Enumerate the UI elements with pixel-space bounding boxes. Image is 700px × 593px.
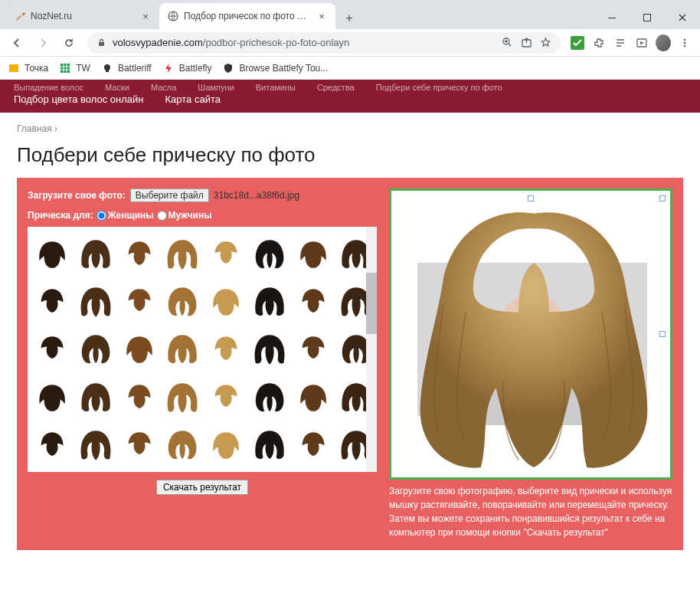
hairstyle-thumbnail[interactable]: [291, 326, 335, 373]
hairstyle-thumbnail[interactable]: [74, 373, 118, 421]
browser-tab-noznet[interactable]: NozNet.ru ×: [6, 3, 159, 29]
preview-canvas[interactable]: [389, 188, 672, 480]
breadcrumb: Главная ›: [0, 113, 700, 137]
hairstyle-thumbnail[interactable]: [291, 230, 335, 277]
bookmark-battleriff[interactable]: Battleriff: [101, 62, 152, 74]
upload-label: Загрузите свое фото:: [28, 190, 126, 201]
nav-link[interactable]: Выпадение волос: [14, 83, 83, 92]
gender-row: Прическа для: Женщины Мужчины: [28, 210, 377, 221]
hairstyle-thumbnail[interactable]: [248, 326, 292, 373]
radio-female[interactable]: [96, 211, 106, 221]
hairstyle-overlay[interactable]: [397, 197, 670, 480]
bookmark-tochka[interactable]: Точка: [8, 62, 48, 74]
new-tab-button[interactable]: +: [339, 8, 360, 29]
zoom-icon[interactable]: [502, 37, 513, 48]
bookmark-battlefy[interactable]: Browse Battlefy Tou...: [222, 62, 328, 74]
svg-point-8: [684, 38, 686, 41]
menu-icon[interactable]: [677, 35, 692, 51]
hairstyle-thumbnail[interactable]: [248, 277, 292, 325]
hairstyle-thumbnail[interactable]: [291, 421, 335, 469]
hairstyle-thumbnail[interactable]: [248, 230, 292, 277]
minimize-button[interactable]: [594, 6, 630, 29]
nav-link[interactable]: Масла: [151, 83, 176, 92]
hairstyle-thumbnail[interactable]: [204, 277, 248, 325]
share-icon[interactable]: [521, 37, 532, 48]
scrollbar-track[interactable]: [366, 227, 377, 472]
hairstyle-thumbnail[interactable]: [248, 373, 292, 421]
svg-point-13: [104, 64, 110, 70]
hairstyle-thumbnail[interactable]: [291, 277, 335, 325]
hairstyle-thumbnail[interactable]: [31, 230, 74, 277]
close-window-button[interactable]: [665, 6, 700, 29]
lock-icon: [96, 38, 106, 48]
hairstyle-grid[interactable]: [28, 227, 377, 472]
hairstyle-thumbnail[interactable]: [161, 373, 204, 421]
extensions-icon[interactable]: [591, 35, 607, 51]
hairstyle-thumbnail[interactable]: [204, 421, 248, 469]
forward-button[interactable]: [31, 31, 55, 54]
hairstyle-thumbnail[interactable]: [74, 277, 118, 325]
breadcrumb-home[interactable]: Главная: [17, 123, 52, 134]
skull-icon: [101, 62, 113, 74]
nav-link[interactable]: Средства: [317, 83, 355, 92]
window-controls: [594, 6, 700, 29]
browser-tab-active[interactable]: Подбор причесок по фото онла ×: [159, 3, 335, 29]
profile-avatar[interactable]: [656, 35, 671, 51]
star-icon[interactable]: [540, 37, 551, 48]
extension-checkmark-icon[interactable]: [570, 35, 585, 51]
maximize-button[interactable]: [630, 6, 665, 29]
hairstyle-thumbnail[interactable]: [31, 326, 74, 373]
hairstyle-thumbnail[interactable]: [161, 277, 204, 325]
nav-link[interactable]: Витамины: [256, 83, 296, 92]
close-icon[interactable]: ×: [139, 10, 152, 22]
page-content: Выпадение волос Маски Масла Шампуни Вита…: [0, 80, 700, 593]
hairstyle-thumbnail[interactable]: [117, 230, 161, 277]
upload-row: Загрузите свое фото: Выберите файл 31bc1…: [28, 188, 377, 202]
nav-link[interactable]: Шампуни: [198, 83, 234, 92]
address-bar[interactable]: volosvypadenie.com/podbor-prichesok-po-f…: [87, 32, 561, 54]
reading-list-icon[interactable]: [613, 35, 628, 51]
gender-female-option[interactable]: Женщины: [96, 210, 154, 221]
hairstyle-thumbnail[interactable]: [248, 421, 292, 469]
bolt-icon: [162, 62, 175, 74]
nav-link[interactable]: Подбери себе прическу по фото: [376, 83, 502, 92]
back-button[interactable]: [5, 31, 29, 54]
gender-male-option[interactable]: Мужчины: [157, 210, 212, 221]
resize-handle-tr[interactable]: [659, 195, 666, 201]
resize-handle-right[interactable]: [659, 331, 666, 337]
hairstyle-thumbnail[interactable]: [117, 373, 161, 421]
hairstyle-thumbnail[interactable]: [204, 326, 248, 373]
hairstyle-thumbnail[interactable]: [161, 421, 204, 469]
nav-link[interactable]: Маски: [105, 83, 129, 92]
close-icon[interactable]: ×: [316, 10, 328, 22]
hairstyle-thumbnail[interactable]: [74, 421, 118, 469]
reload-button[interactable]: [57, 31, 81, 54]
hairstyle-thumbnail[interactable]: [117, 421, 161, 469]
bookmark-battlefly[interactable]: Battlefly: [162, 62, 212, 74]
hairstyle-thumbnail[interactable]: [117, 277, 161, 325]
nav-link[interactable]: Карта сайта: [165, 93, 221, 105]
scrollbar-thumb[interactable]: [366, 273, 377, 334]
hairstyle-thumbnail[interactable]: [161, 326, 204, 373]
hairstyle-thumbnail[interactable]: [161, 230, 204, 277]
radio-male[interactable]: [157, 211, 167, 221]
hairstyle-thumbnail[interactable]: [291, 373, 335, 421]
tab-title: NozNet.ru: [31, 11, 135, 21]
hairstyle-thumbnail[interactable]: [31, 277, 74, 325]
hairstyle-thumbnail[interactable]: [74, 230, 118, 277]
hairstyle-thumbnail[interactable]: [204, 373, 248, 421]
hairstyle-thumbnail[interactable]: [204, 230, 248, 277]
hairstyle-thumbnail[interactable]: [74, 326, 118, 373]
choose-file-button[interactable]: Выберите файл: [130, 188, 209, 202]
hairstyle-thumbnail[interactable]: [31, 421, 74, 469]
nav-link[interactable]: Подбор цвета волос онлайн: [14, 93, 144, 105]
hairstyle-thumbnail[interactable]: [31, 373, 74, 421]
hairstyle-thumbnail[interactable]: [117, 326, 161, 373]
page-title: Подбери себе прическу по фото: [0, 137, 700, 178]
extensions-area: [567, 35, 695, 51]
media-icon[interactable]: [634, 35, 649, 51]
controls-column: Загрузите свое фото: Выберите файл 31bc1…: [28, 188, 377, 539]
resize-handle-top[interactable]: [528, 195, 534, 201]
bookmark-tw[interactable]: TW: [59, 62, 90, 74]
download-result-button[interactable]: Скачать результат: [156, 480, 248, 495]
